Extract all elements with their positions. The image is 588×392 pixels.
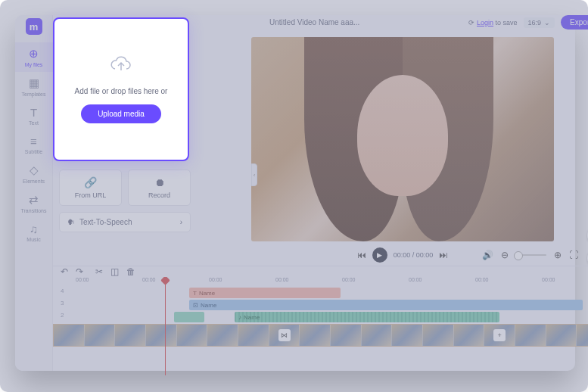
login-prompt: ⟳ Login to save: [468, 19, 517, 26]
audio-icon: ♪: [238, 314, 241, 321]
track-element[interactable]: 2♪Name: [76, 312, 588, 322]
app-logo[interactable]: m: [26, 18, 42, 35]
project-title[interactable]: Untitled Video Name aaa...: [166, 18, 462, 26]
audio-clip[interactable]: ♪Name: [235, 312, 499, 322]
subtitle-icon: ⊡: [193, 302, 198, 309]
track-text[interactable]: 4TName: [76, 288, 588, 298]
sidebar-item-subtitle[interactable]: ≡Subtitle: [15, 130, 53, 159]
sidebar-item-elements[interactable]: ◇Elements: [15, 159, 53, 188]
zoom-in-icon[interactable]: ⊕: [554, 250, 562, 260]
sidebar-item-music[interactable]: ♫Music: [15, 218, 53, 247]
sidebar-label: Templates: [22, 92, 46, 97]
upload-media-button[interactable]: Upload media: [81, 104, 161, 123]
split-button[interactable]: ⋈: [278, 329, 291, 341]
upload-hint-text: Add file or drop files here or: [75, 87, 168, 95]
elements-icon: ◇: [30, 163, 39, 177]
zoom-slider[interactable]: [516, 254, 546, 256]
text-icon: T: [193, 290, 197, 297]
chevron-right-icon: ›: [180, 218, 182, 226]
fullscreen-icon[interactable]: ⛶: [569, 250, 578, 260]
tracks: 4TName 3⊡Name 2♪Name: [53, 288, 588, 322]
chevron-down-icon: ⌄: [544, 19, 550, 26]
cut-button[interactable]: ✂: [95, 266, 103, 277]
panel-collapse-handle[interactable]: ‹: [251, 163, 257, 186]
video-preview[interactable]: [251, 37, 554, 241]
playback-controls: ⏮ ▶ 00:00 / 00:00 ⏭ 🔊 ⊖ ⊕ ⛶: [227, 247, 578, 263]
timeline-toolbar: ↶ ↷ ✂ ◫ 🗑: [53, 266, 588, 277]
sidebar-label: Subtitle: [25, 149, 42, 154]
templates-icon: ▦: [29, 76, 39, 90]
sidebar-label: Music: [26, 237, 40, 242]
aspect-ratio-select[interactable]: 16:9 ⌄: [524, 17, 555, 28]
sidebar-label: Text: [29, 120, 39, 126]
sidebar-item-myfiles[interactable]: ⊕My files: [15, 42, 53, 72]
text-clip[interactable]: TName: [189, 288, 341, 298]
zoom-out-icon[interactable]: ⊖: [501, 250, 509, 260]
sidebar-label: My files: [25, 62, 43, 67]
add-clip-button[interactable]: +: [493, 329, 506, 341]
sidebar-label: Elements: [23, 179, 45, 184]
delete-button[interactable]: 🗑: [126, 266, 135, 277]
preview-area: ⏮ ▶ 00:00 / 00:00 ⏭ 🔊 ⊖ ⊕ ⛶: [197, 30, 588, 266]
time-ruler[interactable]: 00:0000:0000:0000:0000:0000:0000:0000:00: [53, 277, 588, 288]
cloud-upload-icon: [110, 55, 132, 78]
camera-icon: ⏺: [154, 176, 165, 188]
link-icon: 🔗: [84, 176, 97, 188]
video-track-thumbnails[interactable]: ⋈ +: [53, 324, 588, 347]
tts-button[interactable]: 🗣Text-To-Speech›: [59, 212, 191, 232]
sidebar: m ⊕My files ▦Templates TText ≡Subtitle ◇…: [15, 15, 53, 371]
next-frame-button[interactable]: ⏭: [439, 250, 448, 260]
play-button[interactable]: ▶: [372, 247, 387, 263]
text-icon: T: [30, 106, 37, 119]
sidebar-item-text[interactable]: TText: [15, 101, 53, 130]
crop-button[interactable]: ◫: [110, 266, 119, 277]
playback-time: 00:00 / 00:00: [394, 251, 434, 259]
tts-icon: 🗣: [67, 218, 75, 226]
track-subtitle[interactable]: 3⊡Name: [76, 300, 588, 310]
upload-media-panel: Add file or drop files here or Upload me…: [53, 17, 189, 161]
transitions-icon: ⇄: [29, 193, 39, 207]
login-link[interactable]: Login: [477, 19, 493, 26]
timeline[interactable]: 00:0000:0000:0000:0000:0000:0000:0000:00…: [53, 277, 588, 375]
volume-icon[interactable]: 🔊: [482, 250, 493, 260]
export-button[interactable]: Export: [561, 15, 588, 30]
subtitle-icon: ≡: [30, 135, 37, 148]
record-card[interactable]: ⏺Record: [128, 170, 191, 206]
subtitle-clip[interactable]: ⊡Name: [189, 300, 583, 310]
music-icon: ♫: [30, 222, 38, 235]
sidebar-item-templates[interactable]: ▦Templates: [15, 72, 53, 101]
sidebar-item-transitions[interactable]: ⇄Transitions: [15, 188, 53, 218]
element-clip[interactable]: [174, 312, 204, 322]
prev-frame-button[interactable]: ⏮: [357, 250, 366, 260]
redo-button[interactable]: ↷: [76, 266, 83, 277]
sidebar-label: Transitions: [21, 208, 47, 213]
add-icon: ⊕: [29, 47, 39, 61]
from-url-card[interactable]: 🔗From URL: [59, 170, 122, 206]
undo-button[interactable]: ↶: [61, 266, 68, 277]
playhead[interactable]: [165, 280, 166, 375]
